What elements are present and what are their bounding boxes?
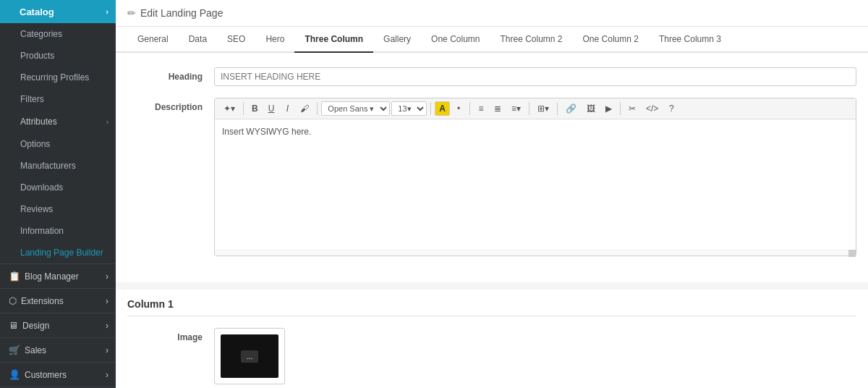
sidebar-item-categories[interactable]: Categories (0, 23, 116, 45)
sidebar-item-design[interactable]: 🖥 Design › (0, 313, 116, 338)
catalog-icon: ◆ (7, 6, 15, 17)
image-select-btn[interactable]: ... (241, 350, 258, 363)
attributes-chevron-icon: › (106, 118, 109, 126)
tab-three-column-2[interactable]: Three Column 2 (490, 27, 572, 53)
toolbar-sep-5 (529, 102, 529, 115)
sidebar-item-information[interactable]: Information (0, 220, 116, 242)
font-family-select[interactable]: Open Sans ▾ (321, 101, 390, 116)
wysiwyg-container: ✦▾ B U I 🖌 Open Sans ▾ 13▾ (214, 98, 856, 256)
toolbar-sep-2 (317, 102, 318, 115)
tab-one-column[interactable]: One Column (421, 27, 490, 53)
heading-label: Heading (127, 67, 214, 82)
tab-one-column-2[interactable]: One Column 2 (573, 27, 649, 53)
sidebar-item-extensions[interactable]: ⬡ Extensions › (0, 289, 116, 313)
catalog-chevron-icon: › (106, 7, 109, 16)
toolbar-media-btn[interactable]: ▶ (601, 101, 616, 116)
wysiwyg-body[interactable]: Insert WYSIWYG here. (215, 119, 856, 250)
sidebar-item-customers[interactable]: 👤 Customers › (0, 363, 116, 387)
sidebar-item-landing-page-builder[interactable]: Landing Page Builder (0, 242, 116, 263)
description-row: Description ✦▾ B U I 🖌 Open Sans ▾ (127, 98, 856, 256)
wysiwyg-footer (215, 250, 856, 256)
tab-three-column[interactable]: Three Column (294, 27, 373, 53)
toolbar-sep-7 (620, 102, 621, 115)
column1-section: Column 1 Image ... (116, 290, 868, 388)
toolbar-magic-btn[interactable]: ✦▾ (219, 101, 239, 116)
sidebar-item-downloads[interactable]: Downloads (0, 177, 116, 198)
description-field: ✦▾ B U I 🖌 Open Sans ▾ 13▾ (214, 98, 856, 256)
sidebar-item-reviews[interactable]: Reviews (0, 198, 116, 220)
tab-hero[interactable]: Hero (255, 27, 294, 53)
heading-field (214, 67, 856, 86)
sidebar-item-filters[interactable]: Filters (0, 88, 116, 110)
extensions-chevron-icon: › (106, 296, 109, 306)
toolbar-table-btn[interactable]: ⊞▾ (533, 101, 553, 116)
tabs-bar: General Data SEO Hero Three Column Galle… (116, 27, 868, 53)
image-preview: ... (221, 334, 278, 378)
toolbar-link-btn[interactable]: 🔗 (561, 101, 581, 116)
toolbar-list-ul-btn[interactable]: ≡ (474, 101, 488, 116)
sidebar-item-attributes[interactable]: Attributes › (0, 110, 116, 133)
extensions-icon: ⬡ (9, 295, 17, 306)
catalog-header[interactable]: ◆ Catalog › (0, 0, 116, 23)
image-container: ... (214, 328, 285, 384)
column1-title: Column 1 (127, 298, 856, 316)
toolbar-underline-btn[interactable]: U (264, 101, 279, 116)
image-field: ... (214, 328, 856, 384)
blog-manager-icon: 📋 (9, 271, 20, 282)
toolbar-code-btn[interactable]: </> (642, 101, 663, 116)
sales-icon: 🛒 (9, 345, 20, 355)
design-icon: 🖥 (9, 320, 18, 331)
toolbar-help-btn[interactable]: ? (664, 101, 678, 116)
toolbar-sep-6 (557, 102, 558, 115)
sales-chevron-icon: › (106, 345, 109, 355)
tab-gallery[interactable]: Gallery (373, 27, 421, 53)
image-row: Image ... (127, 328, 856, 384)
description-label: Description (127, 98, 214, 112)
sidebar-item-manufacturers[interactable]: Manufacturers (0, 155, 116, 177)
catalog-label: Catalog (20, 7, 54, 17)
toolbar-sep-4 (469, 102, 470, 115)
toolbar-image-btn[interactable]: 🖼 (582, 101, 600, 116)
tab-general[interactable]: General (127, 27, 179, 53)
toolbar-bold-btn[interactable]: B (247, 101, 263, 116)
catalog-submenu: Categories Products Recurring Profiles F… (0, 23, 116, 264)
heading-row: Heading (127, 67, 856, 86)
form-area: Heading Description ✦▾ B U I 🖌 (116, 53, 868, 282)
wysiwyg-toolbar: ✦▾ B U I 🖌 Open Sans ▾ 13▾ (215, 98, 856, 119)
tab-seo[interactable]: SEO (217, 27, 255, 53)
sidebar-item-blog-manager[interactable]: 📋 Blog Manager › (0, 264, 116, 289)
image-label: Image (127, 328, 214, 342)
toolbar-highlight-dot-btn[interactable]: • (451, 101, 466, 116)
tab-data[interactable]: Data (179, 27, 217, 53)
heading-input[interactable] (214, 67, 856, 86)
toolbar-highlight-btn[interactable]: A (435, 101, 450, 116)
design-chevron-icon: › (106, 321, 109, 331)
main-content: ✏ Edit Landing Page General Data SEO Her… (116, 0, 868, 388)
toolbar-paint-btn[interactable]: 🖌 (296, 101, 313, 116)
blog-manager-chevron-icon: › (106, 271, 109, 282)
font-size-select[interactable]: 13▾ (391, 101, 427, 116)
toolbar-cut-btn[interactable]: ✂ (624, 101, 640, 116)
toolbar-align-btn[interactable]: ≡▾ (507, 101, 525, 116)
customers-icon: 👤 (9, 369, 20, 380)
page-header: ✏ Edit Landing Page (116, 0, 868, 27)
toolbar-italic-btn[interactable]: I (280, 101, 294, 116)
customers-chevron-icon: › (106, 370, 109, 380)
wysiwyg-placeholder-text: Insert WYSIWYG here. (222, 127, 311, 137)
sidebar: ◆ Catalog › Categories Products Recurrin… (0, 0, 116, 388)
sidebar-item-recurring-profiles[interactable]: Recurring Profiles (0, 67, 116, 88)
edit-pencil-icon: ✏ (127, 7, 136, 19)
toolbar-sep-1 (243, 102, 244, 115)
toolbar-sep-3 (430, 102, 431, 115)
sidebar-item-sales[interactable]: 🛒 Sales › (0, 338, 116, 363)
tab-three-column-3[interactable]: Three Column 3 (649, 27, 731, 53)
toolbar-list-ol-btn[interactable]: ≣ (490, 101, 506, 116)
page-title: Edit Landing Page (140, 7, 223, 19)
sidebar-item-products[interactable]: Products (0, 45, 116, 67)
wysiwyg-resize-handle[interactable] (848, 250, 856, 257)
sidebar-item-options[interactable]: Options (0, 133, 116, 155)
